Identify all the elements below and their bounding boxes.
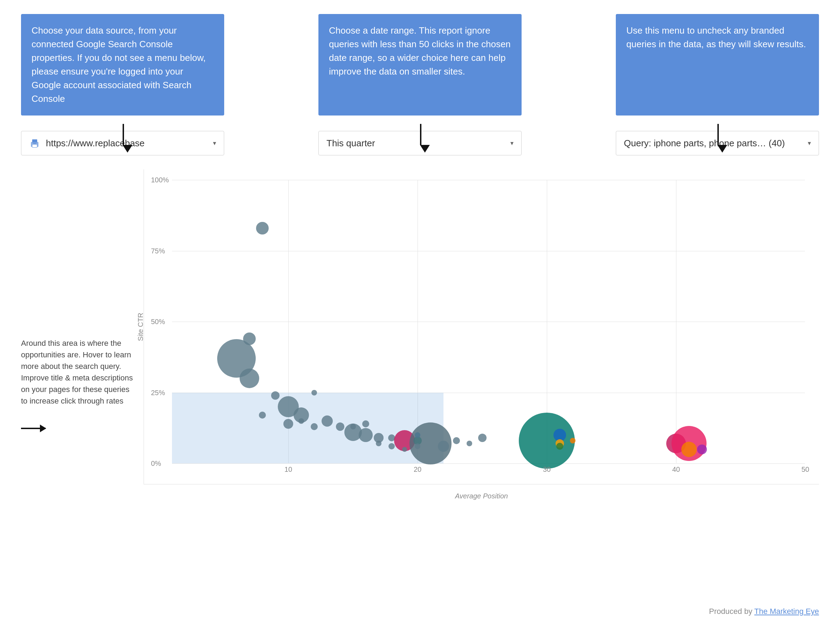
bubble[interactable]	[311, 423, 318, 430]
tooltip-datasource: Choose your data source, from your conne…	[21, 14, 224, 115]
svg-rect-2	[32, 145, 37, 148]
x-tick-label: 40	[672, 466, 680, 474]
bubble[interactable]	[259, 412, 266, 419]
bubble[interactable]	[697, 444, 707, 454]
x-tick-label: 30	[543, 466, 551, 474]
y-tick-label: 50%	[151, 318, 165, 326]
bubble[interactable]	[467, 441, 472, 446]
bubble[interactable]	[376, 441, 382, 446]
y-tick-label: 100%	[151, 176, 169, 184]
bubble[interactable]	[271, 391, 279, 400]
y-tick-label: 75%	[151, 247, 165, 255]
bubble[interactable]	[362, 421, 369, 427]
chart-section: Around this area is where the opportunit…	[0, 155, 840, 484]
query-chevron: ▾	[808, 139, 811, 147]
footer-prefix: Produced by	[709, 607, 754, 616]
svg-rect-3	[33, 143, 36, 144]
x-tick-label: 50	[802, 466, 809, 474]
footer: Produced by The Marketing Eye	[709, 607, 819, 616]
bubble[interactable]	[322, 416, 333, 427]
bubble[interactable]	[415, 443, 420, 449]
bubble[interactable]	[478, 434, 486, 442]
bubble[interactable]	[311, 390, 317, 395]
x-tick-label: 10	[284, 466, 292, 474]
y-gridline	[172, 463, 805, 464]
bubble[interactable]	[298, 418, 304, 424]
opportunity-zone	[172, 393, 444, 464]
right-arrow	[21, 428, 46, 429]
bubble[interactable]	[438, 441, 449, 452]
bubble[interactable]	[453, 437, 460, 444]
x-tick-label: 20	[414, 466, 422, 474]
x-axis-label: Average Position	[455, 492, 508, 500]
bubble[interactable]	[240, 369, 259, 388]
query-value: Query: iphone parts, phone parts… (40)	[624, 138, 802, 149]
bubble[interactable]	[556, 443, 563, 450]
bubble[interactable]	[519, 413, 575, 469]
bubble[interactable]	[681, 442, 697, 457]
bubble[interactable]	[359, 428, 373, 442]
bubble[interactable]	[283, 419, 293, 429]
y-gridline	[172, 180, 805, 180]
y-tick-label: 0%	[151, 460, 161, 468]
tooltip-branded: Use this menu to uncheck any branded que…	[616, 14, 819, 115]
bubble[interactable]	[256, 222, 269, 235]
y-tick-label: 25%	[151, 389, 165, 397]
printer-icon	[29, 137, 40, 149]
bubble[interactable]	[336, 422, 344, 431]
y-gridline	[172, 251, 805, 251]
daterange-chevron: ▾	[510, 139, 513, 147]
y-axis-label: Site CTR	[137, 313, 145, 341]
x-gridline	[676, 180, 676, 463]
datasource-chevron: ▾	[213, 139, 216, 147]
tooltips-section: Choose your data source, from your conne…	[0, 0, 840, 115]
tooltip-daterange: Choose a date range. This report ignore …	[318, 14, 522, 115]
svg-rect-1	[32, 139, 37, 142]
footer-link[interactable]: The Marketing Eye	[754, 607, 819, 616]
bubble[interactable]	[570, 438, 576, 443]
bubble[interactable]	[388, 443, 395, 449]
annotation-text: Around this area is where the opportunit…	[21, 169, 133, 484]
bubble[interactable]	[243, 332, 256, 345]
bubble[interactable]	[350, 424, 356, 430]
scatter-chart: Site CTR Average Position 0%25%50%75%100…	[144, 169, 819, 484]
bubble[interactable]	[402, 447, 407, 452]
daterange-value: This quarter	[327, 138, 505, 149]
arrows-section	[0, 115, 840, 124]
